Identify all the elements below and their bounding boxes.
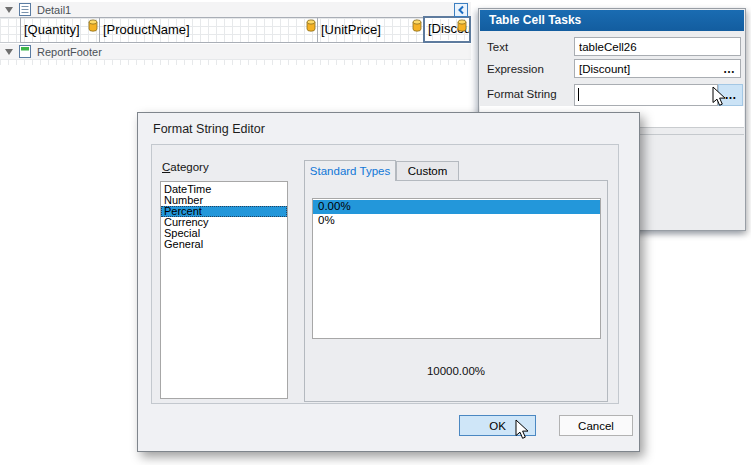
report-designer-screen: Detail1 [Quantity] [ProductName] [UnitPr… bbox=[0, 0, 751, 465]
format-string-ellipsis-button[interactable]: … bbox=[718, 84, 743, 106]
text-field-label: Text bbox=[487, 41, 508, 53]
band-header-detail1[interactable]: Detail1 bbox=[0, 2, 471, 17]
ok-button[interactable]: OK bbox=[459, 415, 536, 436]
format-string-input[interactable] bbox=[574, 84, 718, 106]
dialog-groupbox: Category DateTime Number Percent Currenc… bbox=[151, 144, 619, 404]
collapse-triangle-icon[interactable] bbox=[5, 49, 13, 55]
standard-types-tabpage: 0.00% 0% 10000.00% bbox=[304, 180, 608, 402]
data-binding-icon[interactable] bbox=[306, 19, 316, 32]
category-listbox[interactable]: DateTime Number Percent Currency Special… bbox=[160, 181, 288, 399]
table-cell-productname[interactable]: [ProductName] bbox=[100, 17, 318, 43]
cancel-button[interactable]: Cancel bbox=[559, 415, 633, 436]
ellipsis-glyph: … bbox=[725, 88, 737, 102]
band-name-detail1: Detail1 bbox=[37, 4, 71, 16]
panel-title: Table Cell Tasks bbox=[480, 10, 744, 31]
format-string-field-label: Format String bbox=[487, 88, 557, 100]
tab-standard-types[interactable]: Standard Types bbox=[304, 160, 396, 181]
smart-tag-collapse-button[interactable] bbox=[454, 3, 468, 17]
expression-field-input[interactable] bbox=[574, 59, 741, 78]
text-field-input[interactable] bbox=[574, 37, 741, 56]
data-binding-icon[interactable] bbox=[412, 19, 422, 32]
collapse-triangle-icon[interactable] bbox=[5, 7, 13, 13]
format-type-item-selected[interactable]: 0.00% bbox=[313, 200, 600, 214]
text-caret bbox=[578, 88, 579, 101]
category-label-rest: ategory bbox=[170, 161, 208, 173]
footer-band-surface bbox=[0, 59, 471, 65]
footer-band-icon bbox=[19, 45, 31, 58]
band-name-reportfooter: ReportFooter bbox=[37, 46, 102, 58]
data-binding-icon[interactable] bbox=[457, 19, 467, 32]
category-item-general[interactable]: General bbox=[161, 239, 287, 250]
table-cell-unitprice[interactable]: [UnitPrice] bbox=[318, 17, 424, 43]
expression-ellipsis-button[interactable]: … bbox=[723, 62, 736, 76]
format-type-listbox[interactable]: 0.00% 0% bbox=[312, 198, 601, 339]
format-preview-text: 10000.00% bbox=[305, 365, 607, 377]
chevron-left-icon bbox=[457, 5, 465, 15]
band-header-reportfooter[interactable]: ReportFooter bbox=[0, 44, 471, 59]
tab-custom[interactable]: Custom bbox=[396, 161, 459, 181]
detail-band-icon bbox=[19, 3, 31, 16]
data-binding-icon[interactable] bbox=[88, 19, 98, 32]
format-string-editor-dialog: Format String Editor Category DateTime N… bbox=[137, 112, 640, 452]
expression-field-label: Expression bbox=[487, 63, 544, 75]
category-label: Category bbox=[162, 161, 209, 173]
dialog-title: Format String Editor bbox=[153, 122, 265, 136]
format-type-item[interactable]: 0% bbox=[313, 214, 600, 228]
